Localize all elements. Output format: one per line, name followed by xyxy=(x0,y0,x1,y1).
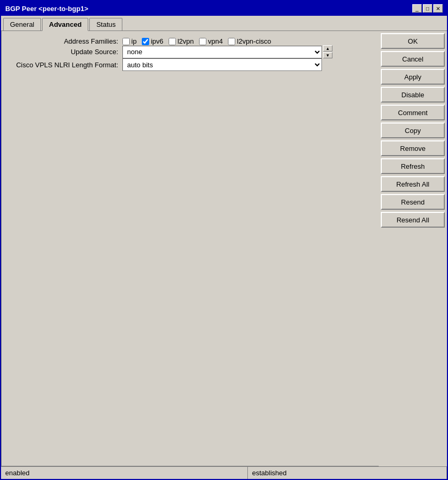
main-window: BGP Peer <peer-to-bgp1> _ □ ✕ General Ad… xyxy=(0,0,448,480)
resend-button[interactable]: Resend xyxy=(381,194,445,210)
scroll-up-btn[interactable]: ▲ xyxy=(323,45,332,52)
disable-button[interactable]: Disable xyxy=(381,87,445,103)
l2vpn-checkbox[interactable] xyxy=(169,38,176,45)
maximize-button[interactable]: □ xyxy=(423,4,432,13)
status-left: enabled xyxy=(1,467,248,479)
scroll-down-btn[interactable]: ▼ xyxy=(323,52,332,58)
ipv6-label: ipv6 xyxy=(151,37,163,45)
checkbox-group: ip ipv6 l2vpn vpn4 xyxy=(122,37,271,45)
sidebar-buttons: OK Cancel Apply Disable Comment Copy Rem… xyxy=(379,31,447,466)
remove-button[interactable]: Remove xyxy=(381,140,445,156)
refresh-button[interactable]: Refresh xyxy=(381,158,445,174)
tab-advanced[interactable]: Advanced xyxy=(42,18,88,31)
address-families-row: Address Families: ip ipv6 l2vpn xyxy=(8,37,372,45)
status-bar: enabled established xyxy=(1,466,447,479)
update-source-select[interactable]: none xyxy=(122,46,322,58)
minimize-button[interactable]: _ xyxy=(412,4,422,13)
update-source-wrapper: none ▲ ▼ xyxy=(122,45,332,58)
l2vpn-label: l2vpn xyxy=(178,37,194,45)
cisco-vpls-row: Cisco VPLS NLRI Length Format: auto bits xyxy=(8,58,372,71)
ip-checkbox[interactable] xyxy=(122,38,130,45)
main-area: Address Families: ip ipv6 l2vpn xyxy=(1,31,447,466)
checkbox-l2vpn: l2vpn xyxy=(169,37,194,45)
comment-button[interactable]: Comment xyxy=(381,105,445,120)
copy-button[interactable]: Copy xyxy=(381,122,445,138)
ip-label: ip xyxy=(131,37,137,45)
tab-status[interactable]: Status xyxy=(89,18,122,30)
cisco-vpls-wrapper: auto bits xyxy=(122,58,322,71)
checkbox-l2vpn-cisco: l2vpn-cisco xyxy=(228,37,271,45)
checkbox-vpn4: vpn4 xyxy=(199,37,223,45)
cancel-button[interactable]: Cancel xyxy=(381,51,445,67)
address-families-label: Address Families: xyxy=(8,37,118,45)
resend-all-button[interactable]: Resend All xyxy=(381,212,445,228)
vpn4-checkbox[interactable] xyxy=(199,38,206,45)
window-title: BGP Peer <peer-to-bgp1> xyxy=(5,5,88,13)
ok-button[interactable]: OK xyxy=(381,33,445,49)
update-source-label: Update Source: xyxy=(8,48,118,56)
vpn4-label: vpn4 xyxy=(208,37,223,45)
form-panel: Address Families: ip ipv6 l2vpn xyxy=(1,31,379,466)
cisco-vpls-label: Cisco VPLS NLRI Length Format: xyxy=(8,61,118,69)
tab-general[interactable]: General xyxy=(3,18,41,30)
window-body: General Advanced Status Address Families… xyxy=(1,16,447,466)
cisco-vpls-select[interactable]: auto bits xyxy=(122,58,322,71)
status-right: established xyxy=(248,467,447,479)
checkbox-ip: ip xyxy=(122,37,137,45)
window-controls: _ □ ✕ xyxy=(412,4,443,13)
apply-button[interactable]: Apply xyxy=(381,69,445,85)
l2vpn-cisco-label: l2vpn-cisco xyxy=(237,37,271,45)
ipv6-checkbox[interactable] xyxy=(142,38,149,45)
title-bar: BGP Peer <peer-to-bgp1> _ □ ✕ xyxy=(1,1,447,16)
checkbox-ipv6: ipv6 xyxy=(142,37,163,45)
tabs-bar: General Advanced Status xyxy=(1,16,447,31)
update-source-row: Update Source: none ▲ ▼ xyxy=(8,45,372,58)
close-button[interactable]: ✕ xyxy=(433,4,443,13)
refresh-all-button[interactable]: Refresh All xyxy=(381,176,445,192)
l2vpn-cisco-checkbox[interactable] xyxy=(228,38,235,45)
